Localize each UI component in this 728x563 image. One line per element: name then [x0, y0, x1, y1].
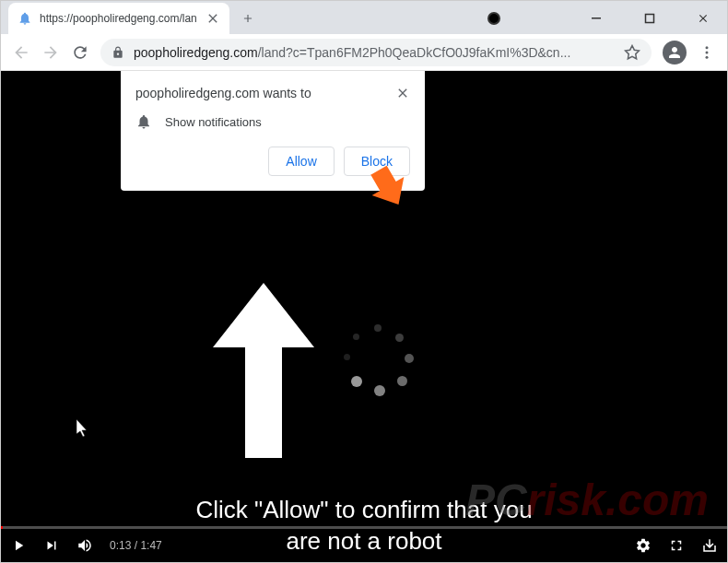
maximize-button[interactable] [637, 6, 663, 31]
loading-spinner-icon [342, 324, 416, 398]
watermark: PCrisk.com [465, 475, 709, 525]
browser-toolbar: poopholiredgeng.com/land?c=Tpan6FM2Ph0Qe… [1, 34, 727, 71]
svg-rect-1 [646, 14, 654, 22]
notification-title: poopholiredgeng.com wants to [135, 86, 311, 100]
next-button[interactable] [43, 537, 60, 554]
video-time: 0:13 / 1:47 [110, 539, 162, 552]
reload-button[interactable] [71, 43, 89, 62]
new-tab-button[interactable] [235, 6, 261, 31]
svg-point-3 [706, 51, 709, 53]
close-icon[interactable] [205, 11, 220, 26]
lock-icon [112, 46, 124, 59]
mouse-cursor-icon [76, 419, 91, 438]
watermark-pc: PC [465, 475, 527, 524]
svg-point-2 [706, 46, 709, 49]
close-icon[interactable] [395, 86, 410, 100]
bell-icon [18, 11, 32, 26]
video-controls: 0:13 / 1:47 [1, 529, 727, 562]
settings-icon[interactable] [635, 537, 652, 554]
forward-button[interactable] [41, 43, 60, 62]
fullscreen-button[interactable] [668, 537, 685, 554]
block-button[interactable]: Block [344, 147, 410, 176]
close-window-button[interactable] [690, 6, 716, 31]
recording-indicator-icon [487, 12, 500, 25]
minimize-button[interactable] [583, 6, 609, 31]
page-content: poopholiredgeng.com wants to Show notifi… [1, 71, 727, 562]
tab-strip: https://poopholiredgeng.com/lan [1, 1, 727, 34]
address-bar[interactable]: poopholiredgeng.com/land?c=Tpan6FM2Ph0Qe… [100, 39, 652, 66]
watermark-risk: risk.com [527, 475, 709, 524]
bookmark-star-icon[interactable] [624, 44, 640, 61]
profile-avatar[interactable] [663, 41, 687, 65]
notification-body: Show notifications [165, 115, 262, 129]
back-button[interactable] [12, 43, 30, 62]
svg-rect-0 [592, 18, 601, 19]
download-button[interactable] [701, 537, 718, 554]
tab-title: https://poopholiredgeng.com/lan [40, 12, 198, 25]
allow-button[interactable]: Allow [268, 147, 334, 176]
url-text: poopholiredgeng.com/land?c=Tpan6FM2Ph0Qe… [134, 45, 615, 60]
bell-icon [135, 113, 152, 130]
browser-tab[interactable]: https://poopholiredgeng.com/lan [8, 3, 229, 34]
svg-point-4 [706, 55, 709, 58]
up-arrow-icon [208, 283, 319, 458]
volume-button[interactable] [76, 537, 93, 554]
menu-button[interactable] [698, 43, 716, 62]
play-button[interactable] [10, 537, 27, 554]
notification-permission-popup: poopholiredgeng.com wants to Show notifi… [121, 71, 425, 191]
